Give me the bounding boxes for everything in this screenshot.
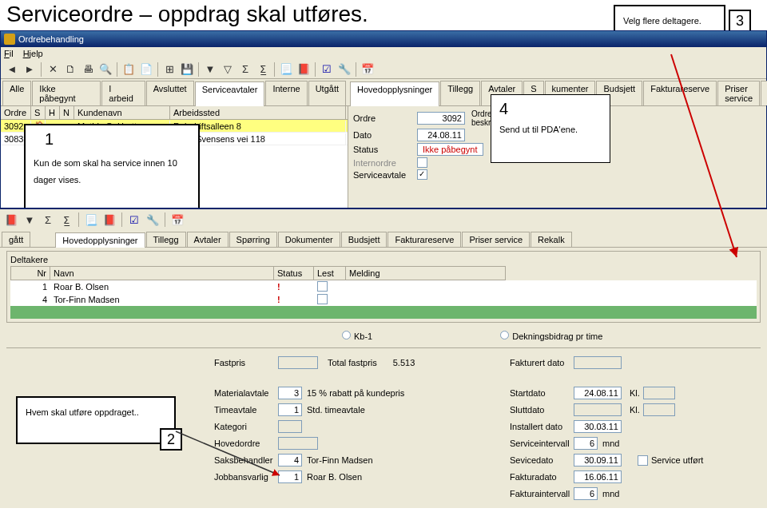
ordre-input[interactable] [417,112,465,125]
intern-checkbox[interactable] [417,157,427,168]
callout-4: 4 Send ut til PDA'ene. [491,94,610,163]
close-icon[interactable]: ✕ [45,62,61,77]
filter-icon[interactable]: 📕 [3,212,19,228]
tab-rekalkuler[interactable]: Rekalkuler [761,81,767,105]
sevicedato-input[interactable] [574,454,622,466]
tool-icon[interactable]: 🔧 [336,62,352,77]
sub-tab-tillegg[interactable]: Tillegg [146,232,186,247]
window-title: Ordrebehandling [18,34,84,44]
filter-icon[interactable]: ▼ [202,62,218,77]
fakturadato-input[interactable] [574,470,622,483]
dato-input[interactable] [417,129,465,141]
service-checkbox[interactable] [417,169,427,180]
delt-row-1[interactable]: 4 Tor-Finn Madsen ! [10,293,757,306]
nav-next-icon[interactable]: ► [22,62,38,77]
service-label: Serviceavtale [353,170,417,180]
titlebar: Ordrebehandling [1,31,766,47]
sum4-icon[interactable]: Σ̲ [58,212,74,228]
dh-meld[interactable]: Melding [346,266,506,280]
start-kl-input[interactable] [643,387,675,399]
check-icon[interactable]: ☑ [319,62,335,77]
tool2-icon[interactable]: 🔧 [145,212,161,228]
status-warn-icon: ! [274,281,314,292]
tab-avsluttet[interactable]: Avsluttet [146,81,194,105]
fakturaint-input[interactable] [574,487,598,500]
save-icon[interactable]: 💾 [179,62,195,77]
sum3-icon[interactable]: Σ [40,212,56,228]
paste-icon[interactable]: 📄 [138,62,154,77]
funnel-icon[interactable]: ▼ [22,212,38,228]
new-icon[interactable]: 🗋 [62,62,78,77]
doc2-icon[interactable]: 📃 [83,212,99,228]
gh-n[interactable]: N [60,106,74,119]
tab-serviceavtaler[interactable]: Serviceavtaler [195,81,265,106]
menu-fil[interactable]: Fil [4,49,14,58]
gh-h[interactable]: H [46,106,60,119]
calendar2-icon[interactable]: 📅 [169,212,185,228]
sum2-icon[interactable]: Σ̲ [255,62,271,77]
installert-input[interactable] [574,420,622,433]
gh-kunde[interactable]: Kundenavn [74,106,170,119]
nav-prev-icon[interactable]: ◄ [4,62,20,77]
tab-fakturareserve[interactable]: Fakturareserve [643,81,717,105]
delt-row-0[interactable]: 1 Roar B. Olsen ! [10,280,757,293]
book2-icon[interactable]: 📕 [101,212,117,228]
excel-icon[interactable]: ⊞ [161,62,177,77]
gh-ordre[interactable]: Ordre [1,106,31,119]
tab-i-arbeid[interactable]: I arbeid [101,81,145,105]
tab-priser-service[interactable]: Priser service [717,81,760,105]
copy-icon[interactable]: 📋 [121,62,137,77]
gh-arb[interactable]: Arbeidssted [170,106,346,119]
jobb-input[interactable] [278,470,302,483]
radio-dekning[interactable] [500,331,509,339]
menu-hjelp[interactable]: Hjelp [23,49,43,58]
dh-status[interactable]: Status [274,266,314,280]
sub-tab-dokumenter[interactable]: Dokumenter [278,232,340,247]
kategori-input[interactable] [278,420,302,433]
hovedordre-input[interactable] [278,437,318,450]
sub-tab-gatt[interactable]: gått [2,232,30,247]
doc-icon[interactable]: 📃 [278,62,294,77]
slutt-kl-input[interactable] [643,403,675,416]
sub-tab-sporring[interactable]: Spørring [229,232,277,247]
sub-tab-hoved[interactable]: Hovedopplysninger [55,232,145,248]
tab-utgatt[interactable]: Utgått [308,81,346,105]
tab-hovedopplysninger[interactable]: Hovedopplysninger [350,81,439,106]
sluttdato-input[interactable] [574,403,622,416]
check2-icon[interactable]: ☑ [126,212,142,228]
book-icon[interactable]: 📕 [296,62,312,77]
preview-icon[interactable]: 🔍 [97,62,113,77]
dh-lest[interactable]: Lest [314,266,346,280]
time-input[interactable] [278,403,302,416]
radio-kb1[interactable] [342,331,351,339]
dh-navn[interactable]: Navn [50,266,274,280]
sub-tab-priser[interactable]: Priser service [462,232,530,247]
sum-icon[interactable]: Σ [237,62,253,77]
deltagere-title: Deltakere [10,255,757,264]
status-value[interactable]: Ikke påbegynt [417,143,483,156]
sub-tab-rekalk[interactable]: Rekalk [531,232,572,247]
material-input[interactable] [278,387,302,399]
lest-checkbox[interactable] [317,281,328,292]
tab-ikke-pabegynt[interactable]: Ikke påbegynt [32,81,101,105]
serviceint-input[interactable] [574,437,598,450]
sub-tab-fakturareserve[interactable]: Fakturareserve [387,232,461,247]
sub-tab-budsjett[interactable]: Budsjett [341,232,387,247]
dh-nr[interactable]: Nr [10,266,50,280]
tab-tillegg[interactable]: Tillegg [440,81,480,105]
tab-interne[interactable]: Interne [265,81,307,105]
startdato-input[interactable] [574,387,622,399]
calendar-icon[interactable]: 📅 [360,62,376,77]
delt-row-new[interactable] [10,306,757,319]
serviceutfort-checkbox[interactable] [638,455,648,466]
delt-body: 1 Roar B. Olsen ! 4 Tor-Finn Madsen ! [10,280,757,319]
fastpris-input[interactable] [278,356,318,369]
tab-alle[interactable]: Alle [2,81,31,105]
lest-checkbox[interactable] [317,294,328,304]
sub-tab-avtaler[interactable]: Avtaler [187,232,229,247]
print-icon[interactable]: 🖶 [80,62,96,77]
gh-s[interactable]: S [31,106,46,119]
filter2-icon[interactable]: ▽ [220,62,236,77]
saks-input[interactable] [278,454,302,466]
fakturert-input[interactable] [574,356,622,369]
